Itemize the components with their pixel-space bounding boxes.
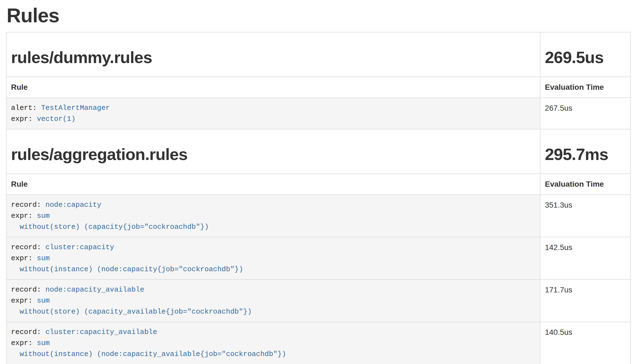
rule-expr-link[interactable]: sum without(instance) (node:capacity{job…: [11, 254, 243, 273]
rule-name-link[interactable]: cluster:capacity_available: [45, 328, 157, 336]
rule-group-header-row: rules/aggregation.rules 295.7ms: [6, 129, 631, 174]
rule-type-label: alert:: [11, 104, 41, 112]
rule-type-label: record:: [11, 286, 45, 294]
rule-type-label: record:: [11, 328, 45, 336]
rule-group-file-title: rules/aggregation.rules: [11, 145, 536, 164]
rules-page: Rules rules/dummy.rules 269.5us Rule Eva…: [0, 5, 638, 364]
rule-eval-time: 142.5us: [540, 237, 631, 279]
rule-cell: record: node:capacity expr: sum without(…: [6, 195, 540, 237]
rule-code: record: cluster:capacity expr: sum witho…: [11, 242, 536, 275]
rule-name-link[interactable]: TestAlertManager: [41, 104, 110, 112]
rule-group-file-title: rules/dummy.rules: [11, 48, 536, 67]
rule-expr-link[interactable]: sum without(instance) (node:capacity_ava…: [11, 339, 286, 358]
rule-name-link[interactable]: node:capacity: [45, 201, 101, 209]
rule-cell: record: cluster:capacity_available expr:…: [6, 322, 540, 364]
rule-code: alert: TestAlertManager expr: vector(1): [11, 102, 536, 124]
rule-row: record: node:capacity expr: sum without(…: [6, 195, 631, 237]
column-header-row: Rule Evaluation Time: [6, 77, 631, 98]
rule-name-link[interactable]: node:capacity_available: [45, 286, 144, 294]
rule-expr-label: expr:: [11, 212, 37, 220]
rule-expr-label: expr:: [11, 297, 37, 305]
rule-group-header-row: rules/dummy.rules 269.5us: [6, 32, 631, 77]
rule-group-total-time: 269.5us: [545, 48, 626, 67]
rule-code: record: node:capacity_available expr: su…: [11, 284, 536, 317]
rule-cell: alert: TestAlertManager expr: vector(1): [6, 98, 540, 129]
rule-eval-time: 267.5us: [540, 98, 631, 129]
rule-group-file-cell: rules/aggregation.rules: [6, 129, 540, 174]
rule-group-total-time-cell: 269.5us: [540, 32, 631, 77]
rule-row: alert: TestAlertManager expr: vector(1) …: [6, 98, 631, 129]
page-title: Rules: [7, 5, 631, 26]
rule-type-label: record:: [11, 201, 45, 209]
rule-group-total-time-cell: 295.7ms: [540, 129, 631, 174]
rule-group-total-time: 295.7ms: [545, 145, 626, 164]
column-header-row: Rule Evaluation Time: [6, 174, 631, 195]
rule-expr-label: expr:: [11, 254, 37, 262]
rule-column-header: Rule: [6, 174, 540, 195]
rules-table: rules/dummy.rules 269.5us Rule Evaluatio…: [6, 32, 631, 364]
rule-type-label: record:: [11, 243, 45, 251]
rule-eval-time: 171.7us: [540, 279, 631, 322]
rule-name-link[interactable]: cluster:capacity: [45, 243, 114, 251]
rule-cell: record: cluster:capacity expr: sum witho…: [6, 237, 540, 279]
rule-column-header: Rule: [6, 77, 540, 98]
rule-row: record: cluster:capacity expr: sum witho…: [6, 237, 631, 279]
eval-time-column-header: Evaluation Time: [540, 174, 631, 195]
rule-eval-time: 140.5us: [540, 322, 631, 364]
rule-expr-link[interactable]: sum without(store) (capacity_available{j…: [11, 297, 252, 316]
rule-expr-link[interactable]: sum without(store) (capacity{job="cockro…: [11, 212, 209, 231]
rule-expr-label: expr:: [11, 339, 37, 347]
rule-cell: record: node:capacity_available expr: su…: [6, 279, 540, 322]
rule-eval-time: 351.3us: [540, 195, 631, 237]
rule-row: record: cluster:capacity_available expr:…: [6, 322, 631, 364]
rule-code: record: cluster:capacity_available expr:…: [11, 327, 536, 360]
rule-expr-label: expr:: [11, 115, 37, 123]
rule-group-file-cell: rules/dummy.rules: [6, 32, 540, 77]
rule-code: record: node:capacity expr: sum without(…: [11, 199, 536, 232]
rule-expr-link[interactable]: vector(1): [37, 115, 75, 123]
eval-time-column-header: Evaluation Time: [540, 77, 631, 98]
rule-row: record: node:capacity_available expr: su…: [6, 279, 631, 322]
